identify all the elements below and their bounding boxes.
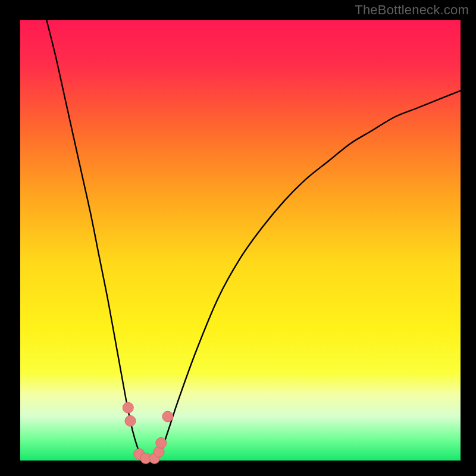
marker-dot: [156, 437, 167, 448]
marker-dot: [123, 402, 133, 413]
watermark-text: TheBottleneck.com: [355, 2, 469, 18]
plot-area: [20, 20, 461, 461]
marker-dot: [125, 415, 136, 426]
marker-dot: [162, 411, 173, 422]
bottleneck-chart: [0, 0, 476, 476]
chart-frame: TheBottleneck.com: [0, 0, 476, 476]
